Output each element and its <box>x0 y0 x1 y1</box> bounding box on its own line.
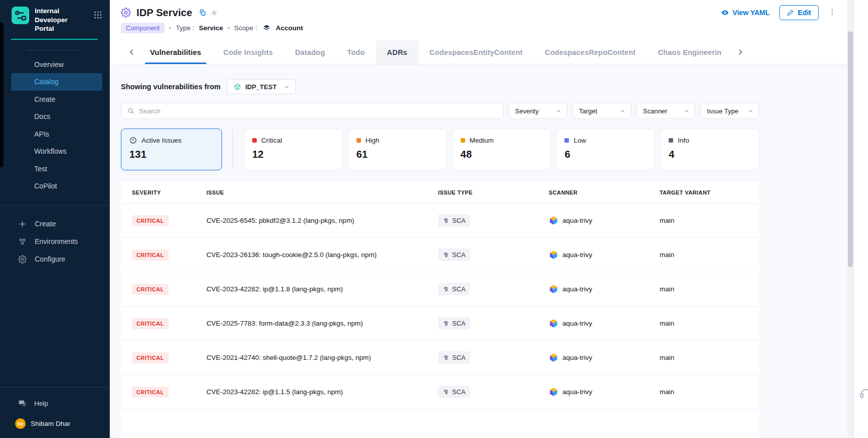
tab-codespacesentitycontent[interactable]: CodespacesEntityContent <box>418 40 534 64</box>
column-header-issue-type: ISSUE TYPE <box>438 190 549 196</box>
type-value: Service <box>199 24 223 32</box>
sidebar-item-overview[interactable]: Overview <box>11 56 102 74</box>
filter-issue-type[interactable]: Issue Type <box>700 103 759 119</box>
entity-meta: Component Type : Service Scope : Account <box>121 23 847 33</box>
tabs-scroll-left-icon[interactable] <box>124 48 139 56</box>
sidebar-action-environments[interactable]: Environments <box>0 233 110 251</box>
severity-cell: CRITICAL <box>132 284 206 295</box>
target-variant-cell: main <box>660 285 759 293</box>
severity-badge: CRITICAL <box>132 387 169 398</box>
tab-datadog[interactable]: Datadog <box>284 40 336 64</box>
severity-dot <box>356 138 361 143</box>
chevron-down-icon <box>683 108 690 114</box>
sidebar-action-label: Configure <box>35 255 65 263</box>
svg-text:?: ? <box>21 401 23 404</box>
card-medium[interactable]: Medium48 <box>452 129 551 170</box>
tab-chaos-engineerin[interactable]: Chaos Engineerin <box>647 40 733 64</box>
tab-code-insights[interactable]: Code Insights <box>212 40 284 64</box>
sidebar-item-workflows[interactable]: Workflows <box>11 143 102 160</box>
filter-target[interactable]: Target <box>572 103 631 119</box>
portal-logo-icon <box>12 7 29 24</box>
issue-cell: CVE-2023-26136: tough-cookie@2.5.0 (lang… <box>206 251 438 259</box>
severity-cards: Critical12High61Medium48Low6Info4 <box>244 129 759 170</box>
scanner-cell: aqua-trivy <box>549 216 660 225</box>
tabs-scroll-right-icon[interactable] <box>733 48 748 56</box>
favorite-star-icon[interactable]: ★ <box>210 9 218 17</box>
filter-severity[interactable]: Severity <box>509 103 567 119</box>
column-header-scanner: SCANNER <box>549 190 660 196</box>
support-headset-icon[interactable] <box>859 386 868 400</box>
issue-cell: CVE-2023-42282: ip@1.1.8 (lang-pkgs, npm… <box>206 285 438 293</box>
card-value: 12 <box>252 149 334 160</box>
table-row[interactable]: CRITICALCVE-2023-42282: ip@1.1.8 (lang-p… <box>121 272 759 306</box>
sidebar-action-configure[interactable]: Configure <box>0 251 110 268</box>
card-value: 48 <box>461 149 543 160</box>
card-high[interactable]: High61 <box>348 129 447 170</box>
tab-todo[interactable]: Todo <box>336 40 376 64</box>
severity-cell: CRITICAL <box>132 249 206 261</box>
issue-type-label: SCA <box>452 251 466 259</box>
eye-icon <box>721 9 729 17</box>
filter-scanner[interactable]: Scanner <box>636 103 695 119</box>
filter-label: Scanner <box>643 107 667 115</box>
tab-vulnerabilities[interactable]: Vulnerabilities <box>139 40 212 64</box>
scrollbar-thumb[interactable] <box>848 31 853 267</box>
sidebar-item-test[interactable]: Test <box>11 160 102 178</box>
sidebar-action-create[interactable]: Create <box>0 215 110 233</box>
tab-adrs[interactable]: ADRs <box>376 40 418 64</box>
severity-badge: CRITICAL <box>132 249 169 261</box>
scanner-name: aqua-trivy <box>562 217 592 224</box>
table-row[interactable]: CRITICALCVE-2025-6545: pbkdf2@3.1.2 (lan… <box>121 204 759 238</box>
scanner-cell: aqua-trivy <box>549 387 660 397</box>
edit-button[interactable]: Edit <box>779 5 819 20</box>
card-info[interactable]: Info4 <box>660 129 759 170</box>
issue-type-cell: SCA <box>438 386 549 398</box>
scanner-cell: aqua-trivy <box>549 353 660 362</box>
card-critical[interactable]: Critical12 <box>244 129 343 170</box>
source-project-select[interactable]: IDP_TEST <box>227 79 296 94</box>
view-yaml-button[interactable]: View YAML <box>721 9 770 17</box>
copy-icon[interactable] <box>199 9 206 16</box>
user-menu[interactable]: SD Shibam Dhar <box>0 412 110 438</box>
cards-divider <box>233 130 233 169</box>
severity-cell: CRITICAL <box>132 387 206 398</box>
scanner-name: aqua-trivy <box>562 388 592 396</box>
account-layers-icon <box>263 24 270 32</box>
severity-cell: CRITICAL <box>132 352 206 363</box>
severity-dot <box>252 138 257 143</box>
sidebar-divider <box>28 50 82 50</box>
app-grid-icon[interactable] <box>93 10 103 20</box>
scanner-cell: aqua-trivy <box>549 250 660 260</box>
card-value: 61 <box>356 149 439 160</box>
table-row[interactable]: CRITICALCVE-2021-42740: shell-quote@1.7.… <box>121 341 759 375</box>
target-variant-cell: main <box>660 354 759 361</box>
trivy-icon <box>549 284 558 294</box>
user-name: Shibam Dhar <box>31 420 70 427</box>
card-label: Critical <box>261 137 282 144</box>
sidebar: Internal Developer Portal OverviewCatalo… <box>0 0 110 438</box>
issue-type-pill: SCA <box>438 214 470 227</box>
tab-codespacesrepocontent[interactable]: CodespacesRepoContent <box>534 40 647 64</box>
trivy-icon <box>549 319 558 328</box>
plus-icon <box>18 220 27 228</box>
issue-type-cell: SCA <box>438 248 549 261</box>
search-input[interactable] <box>139 107 497 115</box>
scrollbar-track[interactable] <box>847 0 853 438</box>
table-row[interactable]: CRITICALCVE-2025-7783: form-data@2.3.3 (… <box>121 306 759 341</box>
sidebar-item-apis[interactable]: APIs <box>11 126 102 143</box>
sidebar-item-catalog[interactable]: Catalog <box>11 73 102 91</box>
sidebar-item-docs[interactable]: Docs <box>11 108 102 126</box>
scanner-name: aqua-trivy <box>562 285 592 293</box>
showing-label: Showing vulnerabilities from <box>121 83 221 91</box>
help-button[interactable]: ? Help <box>0 388 110 412</box>
card-active-issues[interactable]: Active Issues131 <box>121 129 222 170</box>
issue-type-pill: SCA <box>438 283 470 295</box>
more-options-icon[interactable] <box>828 8 836 17</box>
table-row[interactable]: CRITICALCVE-2023-26136: tough-cookie@2.5… <box>121 238 759 272</box>
issue-cell: CVE-2025-7783: form-data@2.3.3 (lang-pkg… <box>206 320 438 327</box>
table-row[interactable]: CRITICALCVE-2023-42282: ip@1.1.5 (lang-p… <box>121 375 759 409</box>
card-low[interactable]: Low6 <box>556 129 655 170</box>
sidebar-item-create[interactable]: Create <box>11 91 102 108</box>
sidebar-item-copilot[interactable]: CoPilot <box>11 177 102 195</box>
type-label: Type : <box>176 24 194 32</box>
